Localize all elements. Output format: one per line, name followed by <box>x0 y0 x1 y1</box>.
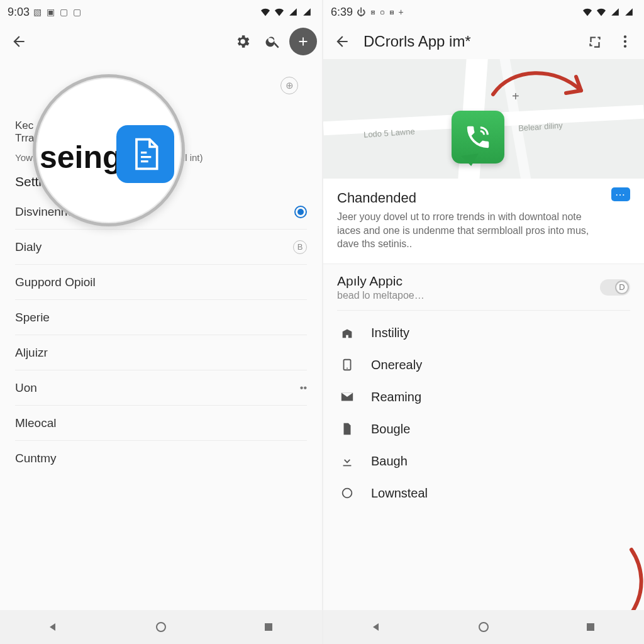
more-chip-button[interactable]: ⋯ <box>611 187 630 201</box>
header-description: Yow:/ conl-ntact will luny, con have il … <box>15 152 307 163</box>
status-right-icons <box>260 8 312 16</box>
circle-home-icon <box>153 619 169 635</box>
settings-row[interactable]: Cuntmy <box>15 441 307 476</box>
row-label: Aljuizr <box>15 346 48 360</box>
header-area: seing Kec Trrangu ⊕ Yow:/ conl-ntact wil… <box>0 59 322 163</box>
settings-row[interactable]: Mleocal <box>15 406 307 441</box>
download-icon <box>338 454 356 468</box>
back-button[interactable] <box>328 28 356 55</box>
row-label: Guppord Opioil <box>15 275 96 289</box>
section-settings: Settingis <box>0 163 322 189</box>
search-icon <box>265 33 281 50</box>
toolbar: DCrorls App im* <box>323 24 644 59</box>
building-icon <box>338 326 356 340</box>
svg-point-7 <box>343 489 352 498</box>
radio-selected-icon[interactable] <box>294 206 307 218</box>
triangle-back-icon <box>46 619 61 635</box>
row-label: Disvinennot <box>15 205 77 219</box>
row-label: Dialy <box>15 240 42 254</box>
settings-row[interactable]: Disvinennot <box>15 194 307 230</box>
settings-gear-button[interactable] <box>229 28 257 55</box>
phone-left: 9:03 ▧ ▣ ▢ ▢ <box>0 0 322 644</box>
row-label: Uon <box>15 381 37 395</box>
square-recent-icon <box>261 619 276 635</box>
search-button[interactable] <box>259 28 287 55</box>
triangle-back-icon <box>369 619 384 635</box>
svg-point-6 <box>347 368 348 369</box>
status-right-icons <box>582 8 634 16</box>
svg-point-4 <box>624 45 626 47</box>
settings-row[interactable]: Guppord Opioil <box>15 265 307 300</box>
svg-point-3 <box>624 40 626 43</box>
square-recent-icon <box>583 619 598 635</box>
status-left-icons: ⏻ ▣ ▢ ▤ + <box>357 7 405 17</box>
nav-home-button[interactable] <box>147 613 175 641</box>
option-row[interactable]: Lownsteal <box>328 477 639 509</box>
toggle-knob: D <box>615 280 629 294</box>
add-button[interactable] <box>289 28 317 55</box>
nav-back-button[interactable] <box>40 613 67 641</box>
nav-recent-button[interactable] <box>255 613 282 641</box>
page-title: DCrorls App im* <box>358 33 579 50</box>
option-row[interactable]: Onerealy <box>328 349 639 381</box>
more-dots-icon[interactable]: •• <box>300 382 307 394</box>
annotation-arrow-icon <box>487 63 594 113</box>
toggle-switch[interactable]: D <box>600 279 630 296</box>
card-description: Jeer youy dovel ut to rrore trends in wi… <box>337 210 601 251</box>
annotation-arrow-icon <box>562 543 644 610</box>
circle-icon <box>338 486 356 500</box>
settings-row[interactable]: DialyB <box>15 230 307 265</box>
svg-point-2 <box>624 35 626 38</box>
map-preview[interactable]: Lodo 5 Lawne Belear diliny + <box>323 59 644 179</box>
system-nav-bar <box>323 610 644 644</box>
option-label: Bougle <box>371 422 410 436</box>
status-time: 6:39 <box>331 6 353 19</box>
plus-icon <box>289 28 317 55</box>
option-label: Baugh <box>371 454 408 469</box>
svg-rect-1 <box>265 623 272 631</box>
info-badge-icon: ⊕ <box>280 77 298 94</box>
svg-point-8 <box>479 623 488 631</box>
option-row[interactable]: Instility <box>328 317 639 349</box>
header-subline-2: Trrangu <box>15 132 307 145</box>
tablet-icon <box>338 358 356 372</box>
toggle-title: Apıly Appic <box>337 274 425 289</box>
settings-row[interactable]: Uon•• <box>15 370 307 406</box>
option-row[interactable]: Baugh <box>328 445 639 477</box>
share-button[interactable] <box>581 28 609 55</box>
badge-icon: B <box>293 240 307 254</box>
overflow-button[interactable] <box>611 28 639 55</box>
option-label: Instility <box>371 326 409 340</box>
mail-icon <box>338 390 356 404</box>
nav-recent-button[interactable] <box>577 613 604 641</box>
option-label: Lownsteal <box>371 486 428 501</box>
nav-back-button[interactable] <box>363 613 391 641</box>
circle-home-icon <box>476 619 491 635</box>
settings-row[interactable]: Aljuizr <box>15 335 307 370</box>
status-time: 9:03 <box>8 6 30 19</box>
option-label: Onerealy <box>371 358 422 372</box>
toggle-subtitle: bead lo meltapoe… <box>337 290 425 301</box>
option-label: Reaming <box>371 390 421 404</box>
row-label: Cuntmy <box>15 452 56 465</box>
phone-right: 6:39 ⏻ ▣ ▢ ▤ + DCrorls App im* <box>322 0 644 644</box>
row-label: Mleocal <box>15 416 56 430</box>
status-left-icons: ▧ ▣ ▢ ▢ <box>33 7 82 17</box>
status-bar: 6:39 ⏻ ▣ ▢ ▤ + <box>323 0 644 24</box>
toggle-section: Apıly Appic bead lo meltapoe… D <box>323 264 644 306</box>
option-row[interactable]: Bougle <box>328 413 639 445</box>
settings-row[interactable]: Sperie <box>15 300 307 335</box>
nav-home-button[interactable] <box>470 613 497 641</box>
info-card: Chandended Jeer youy dovel ut to rrore t… <box>323 179 644 264</box>
options-list: InstilityOnerealyReamingBougleBaughLowns… <box>323 314 644 509</box>
more-vert-icon <box>617 33 633 50</box>
row-label: Sperie <box>15 311 50 325</box>
gear-icon <box>235 33 251 50</box>
system-nav-bar <box>0 610 322 644</box>
status-bar: 9:03 ▧ ▣ ▢ ▢ <box>0 0 322 24</box>
share-icon <box>587 33 603 50</box>
back-button[interactable] <box>5 28 33 55</box>
card-title: Chandended <box>337 190 630 206</box>
option-row[interactable]: Reaming <box>328 381 639 413</box>
settings-list: DisvinennotDialyBGuppord OpioilSperieAlj… <box>0 194 322 476</box>
